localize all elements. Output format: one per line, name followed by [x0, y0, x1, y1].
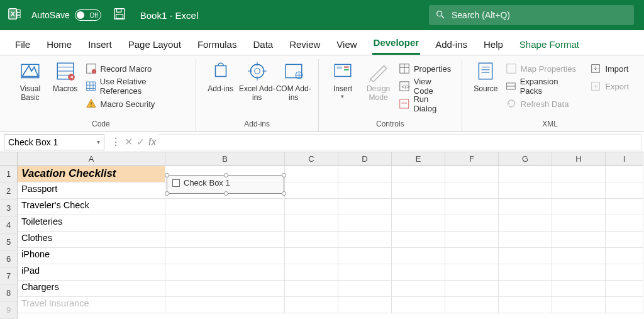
cell-a8[interactable]: Chargers — [18, 281, 165, 297]
cell[interactable] — [392, 264, 445, 281]
cell[interactable] — [392, 281, 445, 297]
export-button[interactable]: Export — [587, 78, 631, 94]
tab-home[interactable]: Home — [45, 34, 73, 55]
cell[interactable] — [552, 182, 606, 199]
formula-bar[interactable] — [158, 134, 641, 150]
col-header[interactable]: H — [552, 152, 606, 166]
cell-a4[interactable]: Toileteries — [18, 215, 165, 232]
design-mode-button[interactable]: Design Mode — [360, 59, 396, 118]
cell[interactable] — [165, 199, 285, 215]
autosave-toggle[interactable]: Off — [75, 9, 101, 21]
cell[interactable] — [499, 166, 552, 182]
cell[interactable] — [392, 297, 445, 313]
cell[interactable] — [499, 232, 552, 248]
cell[interactable] — [285, 297, 338, 313]
use-relative-refs-button[interactable]: Use Relative References — [83, 78, 189, 94]
name-box[interactable]: Check Box 1 ▾ — [4, 134, 104, 150]
tab-data[interactable]: Data — [252, 34, 274, 55]
tab-developer[interactable]: Developer — [372, 32, 421, 55]
cell[interactable] — [392, 232, 445, 248]
cell[interactable] — [552, 297, 606, 313]
enter-icon[interactable]: ✓ — [136, 136, 145, 148]
view-code-button[interactable]: </> View Code — [396, 78, 455, 94]
cell[interactable] — [445, 248, 499, 264]
cancel-icon[interactable]: ✕ — [125, 136, 133, 148]
search-box[interactable]: Search (Alt+Q) — [429, 5, 634, 25]
cell[interactable] — [499, 199, 552, 215]
macro-security-button[interactable]: Macro Security — [83, 96, 189, 112]
addins-button[interactable]: Add-ins — [203, 59, 239, 118]
cell[interactable] — [165, 232, 285, 248]
cell[interactable] — [285, 215, 338, 232]
col-header[interactable]: A — [18, 152, 165, 166]
tab-help[interactable]: Help — [482, 34, 504, 55]
col-header[interactable]: D — [338, 152, 392, 166]
expansion-packs-button[interactable]: Expansion Packs — [503, 78, 582, 94]
checkbox-icon[interactable] — [172, 179, 180, 187]
col-header[interactable]: E — [392, 152, 445, 166]
cell[interactable] — [552, 264, 606, 281]
cell[interactable] — [606, 215, 643, 232]
cell[interactable] — [445, 264, 499, 281]
cell[interactable] — [445, 166, 499, 182]
cell[interactable] — [499, 215, 552, 232]
cell-a6[interactable]: iPhone — [18, 248, 165, 264]
cell-a1[interactable]: Vacation Checklist — [18, 166, 165, 182]
visual-basic-button[interactable]: Visual Basic — [13, 59, 48, 118]
cell[interactable] — [499, 297, 552, 313]
cell[interactable] — [445, 297, 499, 313]
cell[interactable] — [285, 281, 338, 297]
cell[interactable] — [165, 281, 285, 297]
col-header[interactable]: F — [445, 152, 499, 166]
cell-a5[interactable]: Clothes — [18, 232, 165, 248]
form-control-checkbox[interactable]: Check Box 1 — [167, 175, 284, 194]
fx-icon[interactable]: fx — [148, 137, 156, 148]
tab-shape-format[interactable]: Shape Format — [518, 34, 580, 55]
row-header[interactable]: 4 — [0, 217, 18, 234]
cell[interactable] — [285, 199, 338, 215]
cell[interactable] — [285, 248, 338, 264]
cell[interactable] — [552, 232, 606, 248]
chevron-down-icon[interactable]: ▾ — [97, 138, 100, 145]
cell[interactable] — [606, 297, 643, 313]
cell[interactable] — [338, 215, 392, 232]
cell[interactable] — [445, 199, 499, 215]
cell[interactable] — [552, 166, 606, 182]
cell[interactable] — [392, 166, 445, 182]
refresh-data-button[interactable]: Refresh Data — [503, 96, 582, 112]
cell[interactable] — [606, 182, 643, 199]
cell[interactable] — [338, 182, 392, 199]
tab-addins[interactable]: Add-ins — [434, 34, 469, 55]
cell[interactable] — [338, 281, 392, 297]
cell[interactable] — [338, 264, 392, 281]
cell[interactable] — [445, 232, 499, 248]
tab-view[interactable]: View — [335, 34, 358, 55]
cell[interactable] — [445, 281, 499, 297]
cell-a2[interactable]: Passport — [18, 182, 165, 199]
col-header[interactable]: I — [606, 152, 643, 166]
cell[interactable] — [499, 182, 552, 199]
cell-a3[interactable]: Traveler's Check — [18, 199, 165, 215]
cell[interactable] — [285, 166, 338, 182]
row-header[interactable]: 8 — [0, 285, 18, 302]
cell[interactable] — [285, 182, 338, 199]
row-header[interactable]: 3 — [0, 200, 18, 217]
cell[interactable] — [606, 281, 643, 297]
cell[interactable] — [499, 264, 552, 281]
cell[interactable] — [499, 248, 552, 264]
cell-a7[interactable]: iPad — [18, 264, 165, 281]
properties-button[interactable]: Properties — [396, 60, 455, 77]
cell[interactable] — [338, 199, 392, 215]
tab-formulas[interactable]: Formulas — [196, 34, 238, 55]
menu-dots-icon[interactable]: ⋮ — [111, 136, 121, 148]
col-header[interactable]: B — [165, 152, 285, 166]
cell[interactable] — [392, 199, 445, 215]
record-macro-button[interactable]: Record Macro — [83, 60, 189, 77]
cell[interactable] — [165, 215, 285, 232]
import-button[interactable]: Import — [587, 60, 631, 77]
cell[interactable] — [392, 248, 445, 264]
cell[interactable] — [606, 264, 643, 281]
map-properties-button[interactable]: Map Properties — [503, 60, 582, 77]
cell[interactable] — [165, 297, 285, 313]
row-header[interactable]: 9 — [0, 302, 18, 319]
